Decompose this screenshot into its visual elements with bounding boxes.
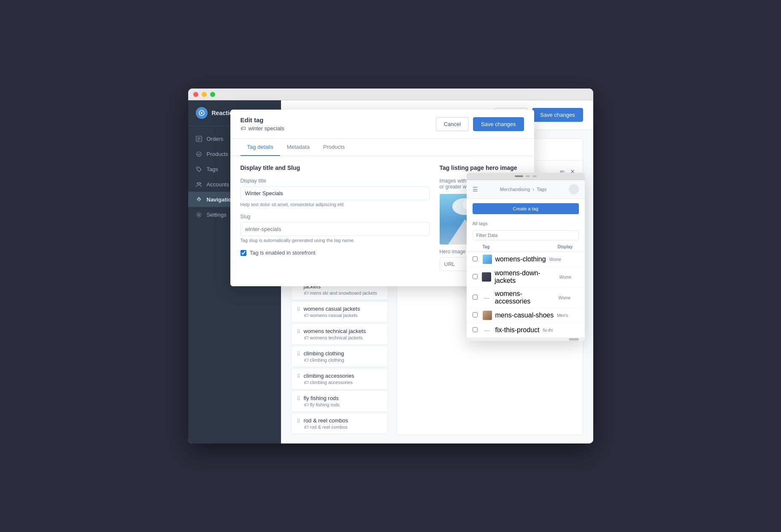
window-dot bbox=[526, 175, 530, 177]
tag-item-content: climbing clothing 🏷 climbing clothing bbox=[304, 350, 383, 363]
modal-save-button[interactable]: Save changes bbox=[473, 117, 524, 131]
drag-handle[interactable]: ⠿ bbox=[297, 396, 300, 402]
tag-item-name: climbing clothing bbox=[304, 350, 383, 357]
modal-title-area: Edit tag 🏷 winter specials bbox=[241, 116, 284, 132]
tag-item-content: womens technical jackets 🏷 womens techni… bbox=[304, 328, 383, 340]
tag-row-display: Wome bbox=[549, 257, 570, 262]
tag-item-content: fly fishing rods 🏷 fly fishing rods bbox=[304, 395, 383, 407]
tab-products[interactable]: Products bbox=[316, 139, 351, 156]
tag-row-display: Wome bbox=[559, 275, 579, 279]
list-item[interactable]: ⠿ womens casual jackets 🏷 womens casual … bbox=[291, 301, 388, 322]
drag-handle[interactable]: ⠿ bbox=[297, 418, 300, 424]
slug-hint: Tag slug is automatically generated usin… bbox=[241, 238, 430, 243]
menu-icon[interactable]: ☰ bbox=[473, 186, 478, 193]
list-item[interactable]: ⠿ climbing accessories 🏷 climbing access… bbox=[291, 368, 388, 390]
tag-thumbnail bbox=[482, 272, 491, 282]
all-tags-section: All tags bbox=[467, 218, 585, 228]
drag-handle[interactable]: ⠿ bbox=[297, 329, 300, 335]
svg-point-12 bbox=[198, 214, 200, 215]
tag-item-slug: 🏷 mens ski and snowboard jackets bbox=[304, 290, 383, 296]
minimize-button[interactable] bbox=[202, 92, 207, 97]
tag-thumbnail bbox=[483, 255, 492, 264]
tag-icon: 🏷 bbox=[304, 402, 308, 407]
tag-row-display: fix-thi bbox=[543, 328, 564, 333]
modal-header: Edit tag 🏷 winter specials Cancel Save c… bbox=[230, 110, 534, 139]
tag-row-display: Wome bbox=[559, 296, 579, 300]
orders-icon bbox=[196, 135, 203, 142]
modal-left: Display title and Slug Display title Hel… bbox=[241, 164, 430, 278]
filter-input[interactable] bbox=[473, 230, 579, 240]
list-item[interactable]: ⠿ rod & reel combos 🏷 rod & reel combos bbox=[291, 413, 388, 434]
tag-slug-text: mens ski and snowboard jackets bbox=[310, 290, 377, 296]
tab-tag-details[interactable]: Tag details bbox=[241, 139, 280, 156]
tag-item-content: rod & reel combos 🏷 rod & reel combos bbox=[304, 417, 383, 430]
drag-handle[interactable]: ⠿ bbox=[297, 373, 300, 379]
tags-manager-breadcrumb: Merchandising › Tags bbox=[500, 187, 546, 192]
svg-point-6 bbox=[197, 152, 201, 156]
drag-handle[interactable]: ⠿ bbox=[297, 306, 300, 312]
tag-slug-text: womens casual jackets bbox=[310, 313, 358, 318]
tag-row-name: fix-this-product bbox=[495, 326, 540, 334]
save-changes-button[interactable]: Save changes bbox=[532, 108, 583, 122]
tag-icon: 🏷 bbox=[304, 380, 308, 385]
enabled-checkbox[interactable] bbox=[241, 250, 246, 256]
tag-item-name: womens technical jackets bbox=[304, 328, 383, 334]
tag-item-slug: 🏷 climbing clothing bbox=[304, 357, 383, 363]
breadcrumb-child: Tags bbox=[537, 187, 546, 192]
modal-cancel-button[interactable]: Cancel bbox=[436, 117, 469, 131]
tag-icon: 🏷 bbox=[304, 335, 308, 340]
svg-point-9 bbox=[197, 183, 198, 184]
form-section-title: Display title and Slug bbox=[241, 164, 430, 171]
slug-group: Slug Tag slug is automatically generated… bbox=[241, 214, 430, 243]
tag-slug-text: womens technical jackets bbox=[310, 335, 363, 340]
tag-slug-text: rod & reel combos bbox=[310, 425, 348, 430]
tags-icon bbox=[196, 166, 203, 172]
close-button[interactable] bbox=[193, 92, 198, 97]
tag-icon: 🏷 bbox=[304, 425, 308, 430]
tag-slug-text: fly fishing rods bbox=[310, 402, 340, 407]
display-title-group: Display title Help text dolor sit amet, … bbox=[241, 178, 430, 207]
list-item[interactable]: ⠿ womens technical jackets 🏷 womens tech… bbox=[291, 323, 388, 345]
scrollbar-thumb[interactable] bbox=[569, 338, 579, 341]
table-row[interactable]: womens-clothing Wome bbox=[467, 252, 585, 267]
tab-metadata[interactable]: Metadata bbox=[280, 139, 316, 156]
tag-thumbnail: — bbox=[482, 293, 492, 302]
modal-tabs: Tag details Metadata Products bbox=[230, 139, 534, 156]
list-item[interactable]: ⠿ fly fishing rods 🏷 fly fishing rods bbox=[291, 390, 388, 412]
table-row[interactable]: womens-down-jackets Wome bbox=[467, 267, 585, 287]
row-check[interactable] bbox=[473, 255, 479, 263]
tag-row-display: Men's bbox=[557, 313, 578, 318]
row-check[interactable] bbox=[473, 273, 479, 281]
tag-item-slug: 🏷 climbing accessories bbox=[304, 380, 383, 385]
create-tag-button[interactable]: Create a tag bbox=[473, 203, 579, 214]
tag-item-name: climbing accessories bbox=[304, 373, 383, 379]
svg-point-7 bbox=[197, 168, 198, 169]
settings-icon bbox=[196, 211, 203, 218]
tag-name: winter specials bbox=[249, 125, 284, 132]
table-row[interactable]: — fix-this-product fix-thi bbox=[467, 323, 585, 338]
tags-label: Tags bbox=[207, 166, 218, 172]
row-check[interactable] bbox=[473, 294, 479, 301]
tag-row-name: womens-accessories bbox=[495, 290, 555, 305]
row-check[interactable] bbox=[473, 326, 479, 334]
breadcrumb-separator: › bbox=[532, 187, 534, 192]
drag-handle[interactable]: ⠿ bbox=[297, 351, 300, 357]
table-row[interactable]: mens-casual-shoes Men's bbox=[467, 308, 585, 323]
window-dot bbox=[532, 175, 537, 177]
row-check[interactable] bbox=[473, 312, 479, 319]
display-title-input[interactable] bbox=[241, 186, 430, 200]
tag-slug-text: climbing clothing bbox=[310, 357, 344, 363]
table-row[interactable]: — womens-accessories Wome bbox=[467, 287, 585, 308]
tag-thumbnail: — bbox=[483, 325, 492, 335]
window-dots bbox=[467, 173, 585, 180]
accounts-icon bbox=[196, 181, 203, 188]
enabled-label: Tag is enabled in storefront bbox=[250, 250, 316, 256]
enabled-checkbox-group: Tag is enabled in storefront bbox=[241, 250, 430, 256]
tag-icon: 🏷 bbox=[304, 357, 308, 363]
maximize-button[interactable] bbox=[210, 92, 215, 97]
hero-section-title: Tag listing page hero image bbox=[440, 164, 524, 171]
user-avatar[interactable] bbox=[569, 184, 579, 194]
list-item[interactable]: ⠿ climbing clothing 🏷 climbing clothing bbox=[291, 346, 388, 367]
slug-input[interactable] bbox=[241, 222, 430, 236]
tags-rows: womens-clothing Wome womens-down-jackets… bbox=[467, 252, 585, 338]
